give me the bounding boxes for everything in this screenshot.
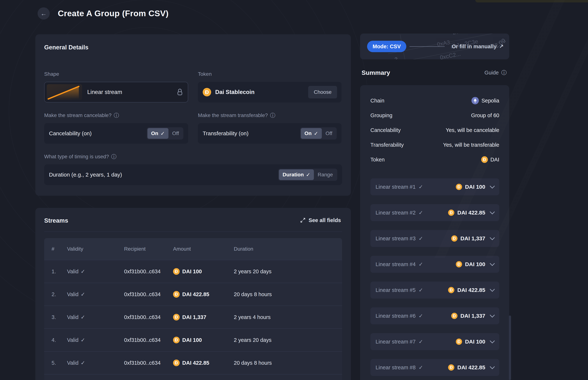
lock-icon [177,88,183,96]
fill-manually-link[interactable]: Or fill in manually ↗ [451,43,505,50]
back-button[interactable]: ← [37,7,50,19]
token-select[interactable]: Đ Dai Stablecoin Choose [198,82,342,102]
info-icon[interactable]: ⓘ [111,154,117,159]
transferable-question-text: Make the stream transferable? [198,113,268,118]
dai-token-icon: Đ [173,360,180,366]
duration-label: Duration [283,172,304,178]
summary-header: Summary Guide ⓘ [362,69,508,76]
duration-text: 20 days 8 hours [234,360,342,366]
grouping-label: Grouping [370,113,392,118]
summary-row-token: Token Đ DAI [370,152,499,167]
cancelable-question-text: Make the stream cancelable? [44,113,112,118]
duration-button[interactable]: Duration ✓ [279,169,314,180]
validity-text: Valid [67,268,78,275]
shape-select[interactable]: Linear stream [44,82,188,102]
check-icon: ✓ [81,314,85,320]
check-icon: ✓ [81,360,85,366]
table-row: 4. Valid✓ 0xf31b00..c634 ĐDAI 100 2 year… [44,328,342,351]
divider [44,231,342,232]
guide-link[interactable]: Guide ⓘ [484,70,508,76]
check-icon: ✓ [419,261,423,267]
stream-item-1[interactable]: Linear stream #1✓ ĐDAI 100 [370,178,499,195]
stream-item-label: Linear stream #4 [376,261,416,267]
fill-manually-label: Or fill in manually [452,43,497,50]
transferability-on-button[interactable]: On ✓ [301,128,322,139]
row-index: 2. [52,291,67,297]
col-validity: Validity [67,246,124,252]
info-icon[interactable]: ⓘ [270,113,276,118]
chevron-down-icon [490,287,495,292]
stream-item-7[interactable]: Linear stream #7✓ ĐDAI 100 [370,333,499,350]
validity-text: Valid [67,337,78,343]
summary-heading: Summary [362,69,390,76]
grouping-value: Group of 60 [471,113,499,118]
stream-item-6[interactable]: Linear stream #6✓ ĐDAI 1,337 [370,307,499,324]
stream-item-4[interactable]: Linear stream #4✓ ĐDAI 100 [370,256,499,273]
choose-token-button[interactable]: Choose [308,86,337,98]
timing-card: Duration (e.g., 2 years, 1 day) Duration… [44,164,342,185]
stream-item-2[interactable]: Linear stream #2✓ ĐDAI 422.85 [370,204,499,221]
duration-text: 2 years 20 days [234,337,342,343]
dai-token-icon: Đ [448,287,454,293]
linear-stream-thumbnail [47,84,82,100]
check-icon: ✓ [419,339,423,345]
token-label: Token [198,71,342,77]
dai-token-icon: Đ [451,313,457,319]
timing-question-text: What type of timing is used? [44,154,109,160]
stream-item-label: Linear stream #2 [376,210,416,216]
dai-token-icon: Đ [173,268,180,275]
stream-item-label: Linear stream #5 [376,287,416,293]
cancelability-on-button[interactable]: On ✓ [147,128,169,139]
on-label: On [151,131,158,136]
stream-item-5[interactable]: Linear stream #5✓ ĐDAI 422.85 [370,282,499,299]
chevron-down-icon [490,261,495,266]
chain-value: Sepolia [481,98,499,104]
dai-token-icon: Đ [173,291,180,298]
window-chrome-strip [475,0,588,2]
row-index: 3. [52,314,67,320]
duration-text: 20 days 8 hours [234,291,342,297]
token-name: Dai Stablecoin [215,89,304,95]
amount-text: DAI 100 [182,337,202,343]
chevron-down-icon [490,313,495,318]
info-icon: ⓘ [501,70,507,75]
dai-token-icon: Đ [448,364,454,371]
summary-row-transferability: Transferability Yes, will be transferabl… [370,137,499,152]
transferability-label: Transferability (on) [203,130,248,136]
dai-token-icon: Đ [481,156,488,163]
stream-item-amount: DAI 422.85 [457,364,485,371]
timing-label: Duration (e.g., 2 years, 1 day) [49,171,122,178]
mode-csv-pill[interactable]: Mode: CSV [367,41,406,52]
shape-value: Linear stream [87,89,172,95]
dai-token-icon: Đ [456,339,462,345]
amount-text: DAI 100 [182,268,202,275]
check-icon: ✓ [419,313,423,319]
stream-item-8[interactable]: Linear stream #8✓ ĐDAI 422.85 [370,359,499,376]
general-details-heading: General Details [44,44,342,51]
streams-heading: Streams [44,217,68,224]
transferability-toggle: On ✓ Off [300,127,337,139]
guide-label: Guide [484,70,499,76]
recipient-address: 0xf31b00..c634 [124,291,173,297]
recipient-address: 0xf31b00..c634 [124,314,173,320]
range-button[interactable]: Range [314,169,337,180]
expand-icon [300,217,306,223]
token-label: Token [370,157,385,163]
info-icon[interactable]: ⓘ [114,113,119,118]
check-icon: ✓ [419,209,423,216]
chevron-down-icon [490,184,495,189]
scrollbar-thumb[interactable] [509,316,511,380]
see-all-fields-button[interactable]: See all fields [299,217,342,224]
chevron-down-icon [490,209,495,214]
transferability-off-button[interactable]: Off [322,128,336,139]
summary-row-chain: Chain Sepolia [370,93,499,108]
stream-item-amount: DAI 100 [465,261,485,267]
stream-item-label: Linear stream #7 [376,339,416,345]
stream-item-3[interactable]: Linear stream #3✓ ĐDAI 1,337 [370,230,499,247]
check-icon: ✓ [306,172,310,178]
cancelability-off-button[interactable]: Off [169,128,183,139]
check-icon: ✓ [419,364,423,371]
transferability-value: Yes, will be transferable [443,142,499,148]
check-icon: ✓ [419,235,423,242]
dai-token-icon: Đ [173,314,180,321]
